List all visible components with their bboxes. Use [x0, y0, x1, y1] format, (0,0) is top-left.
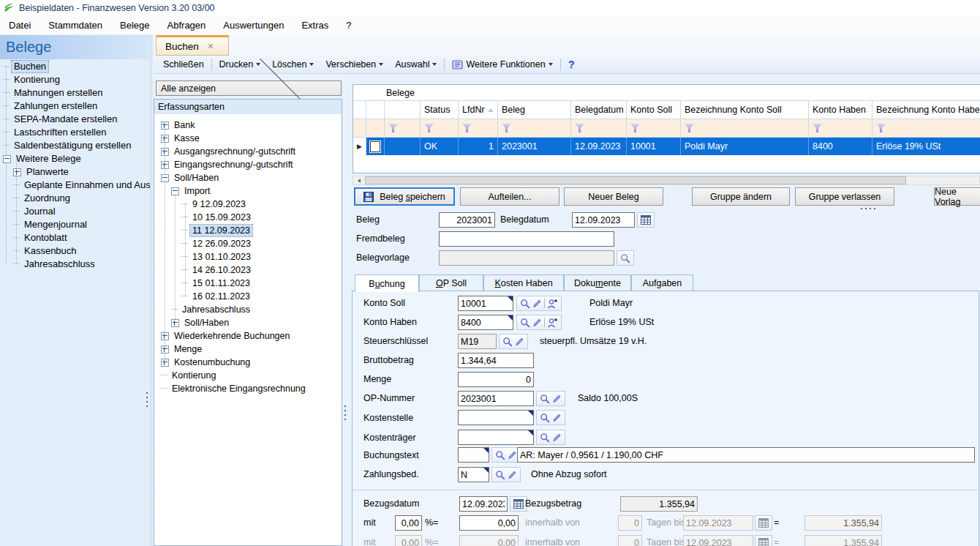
sidebar-item-geplante[interactable]: Geplante Einnahmen und Aus [13, 179, 151, 192]
tree-item-ausgangsrechnung[interactable]: Ausgangsrechnung/-gutschrift [161, 145, 298, 158]
sidebar-item-lastschriften[interactable]: Lastschriften erstellen [3, 126, 108, 139]
filter-funnel-icon[interactable] [502, 124, 511, 132]
sidebar-item-saldenbestaetigung[interactable]: Saldenbestätigung erstellen [3, 139, 133, 152]
discount2-date-field[interactable] [683, 535, 753, 546]
tree-item-kostenumbuchung[interactable]: Kostenumbuchung [161, 356, 252, 369]
menu-datei[interactable]: Datei [0, 16, 39, 34]
beleg-speichern-button[interactable]: Beleg speichern [354, 187, 455, 206]
discount1-days-field[interactable] [618, 515, 642, 531]
close-icon[interactable] [208, 41, 214, 51]
filter-cell[interactable] [627, 119, 681, 138]
sidebar-item-kontierung[interactable]: Kontierung [3, 73, 62, 86]
konto-haben-field[interactable] [458, 315, 513, 330]
tab-buchen[interactable]: Buchen [156, 35, 229, 56]
expand-icon[interactable] [161, 148, 169, 156]
konto-soll-field[interactable] [458, 296, 513, 311]
tree-item-stack-12[interactable]: 12 26.09.2023 [181, 237, 253, 250]
expand-icon[interactable] [161, 359, 169, 367]
sidebar-item-mengenjournal[interactable]: Mengenjournal [13, 218, 89, 231]
tree-item-import[interactable]: Import [171, 184, 212, 198]
column-header-belegdatum[interactable]: Belegdatum [571, 101, 627, 119]
bezugsbetrag-field[interactable] [620, 496, 698, 512]
menu-extras[interactable]: Extras [293, 16, 337, 34]
column-header-konto-haben[interactable]: Konto Haben [809, 101, 872, 119]
sidebar-item-planwerte[interactable]: Planwerte [13, 165, 71, 179]
zahlungsbed-field[interactable] [458, 467, 489, 482]
expand-icon[interactable] [171, 319, 179, 327]
filter-cell[interactable] [809, 119, 872, 138]
filter-cell[interactable] [571, 119, 627, 138]
belegdatum-field[interactable] [572, 212, 635, 228]
steuerschluessel-field[interactable] [458, 334, 497, 349]
column-header-konto-soll[interactable]: Konto Soll [627, 101, 681, 119]
search-icon[interactable] [540, 394, 550, 404]
sidebar-item-zahlungen[interactable]: Zahlungen erstellen [3, 100, 99, 113]
filter-cell[interactable] [421, 119, 459, 138]
tab-aufgaben[interactable]: Aufgaben [631, 274, 693, 291]
gruppe-aendern-button[interactable]: Gruppe ändern [692, 187, 790, 206]
expand-icon[interactable] [161, 345, 169, 354]
tree-item-stack-13[interactable]: 13 01.10.2023 [181, 250, 253, 263]
bezugsdatum-field[interactable] [459, 496, 508, 512]
tree-item-eingangsrechnung[interactable]: Eingangsrechnung/-gutschrift [161, 158, 295, 171]
column-header-bez-konto-haben[interactable]: Bezeichnung Konto Haben [872, 101, 980, 119]
pencil-icon[interactable] [532, 299, 542, 308]
tree-item-kontierung[interactable]: Kontierung [161, 369, 218, 382]
filter-funnel-icon[interactable] [813, 124, 822, 132]
discount2-percent-field[interactable] [395, 535, 422, 546]
discount2-result-field[interactable] [804, 535, 882, 546]
menu-abfragen[interactable]: Abfragen [159, 16, 215, 34]
menu-stammdaten[interactable]: Stammdaten [39, 16, 111, 34]
column-header-status[interactable]: Status [421, 101, 459, 119]
discount2-calendar-button[interactable] [755, 535, 772, 546]
menge-field[interactable] [458, 372, 534, 387]
verschieben-button[interactable]: Verschieben [320, 57, 389, 72]
discount1-amount-field[interactable] [459, 515, 519, 531]
scrollbar-thumb[interactable] [365, 176, 906, 184]
discount1-percent-field[interactable] [395, 515, 422, 531]
tree-item-kasse[interactable]: Kasse [161, 132, 202, 145]
table-row[interactable]: OK 1 2023001 12.09.2023 10001 Poldi Mayr… [353, 138, 980, 155]
search-icon[interactable] [502, 337, 513, 347]
pencil-icon[interactable] [508, 470, 517, 479]
aufteilen-button[interactable]: Aufteilen... [460, 187, 559, 206]
tab-buchung[interactable]: Buchung [355, 274, 419, 292]
expand-icon[interactable] [161, 161, 169, 169]
search-icon[interactable] [520, 318, 530, 328]
discount1-result-field[interactable] [804, 515, 882, 531]
pencil-icon[interactable] [508, 450, 517, 460]
filter-funnel-icon[interactable] [424, 124, 434, 132]
tree-item-soll-haben-2[interactable]: Soll/Haben [171, 316, 231, 329]
tree-item-stack-11[interactable]: 11 12.09.2023 [181, 224, 252, 237]
filter-funnel-icon[interactable] [575, 124, 584, 132]
schliessen-button[interactable]: Schließen [157, 57, 210, 72]
pencil-icon[interactable] [552, 394, 562, 403]
tab-dokumente[interactable]: Dokumente [564, 274, 631, 291]
tree-item-elektronische[interactable]: Elektronische Eingangsrechnung [161, 382, 308, 395]
person-star-icon[interactable] [547, 299, 558, 309]
belegvorlage-field[interactable] [439, 250, 614, 266]
help-icon[interactable]: ? [562, 57, 581, 72]
tree-item-jahresabschluss[interactable]: Jahresabschluss [171, 303, 252, 316]
sidebar-item-jahresabschluss[interactable]: Jahresabschluss [13, 258, 97, 271]
filter-funnel-icon[interactable] [685, 124, 694, 132]
filter-funnel-icon[interactable] [388, 124, 398, 132]
checkbox[interactable] [370, 141, 380, 152]
drucken-button[interactable]: Drucken [214, 57, 267, 72]
search-icon[interactable] [540, 433, 550, 443]
filter-cell[interactable] [385, 119, 421, 138]
tree-item-stack-9[interactable]: 9 12.09.2023 [181, 198, 248, 211]
column-header-blank[interactable] [385, 101, 421, 119]
tree-item-bank[interactable]: Bank [161, 119, 197, 132]
person-star-icon[interactable] [547, 318, 558, 328]
buchungstext-text-field[interactable] [517, 447, 975, 463]
fremdbeleg-field[interactable] [439, 231, 614, 247]
pencil-icon[interactable] [552, 433, 562, 442]
pencil-icon[interactable] [532, 318, 542, 327]
bruttobetrag-field[interactable] [458, 353, 534, 368]
panel-splitter-grip[interactable] [344, 404, 347, 423]
auswahl-button[interactable]: Auswahl [389, 57, 442, 72]
sidebar-item-mahnungen[interactable]: Mahnungen erstellen [3, 86, 105, 100]
discount2-days-field[interactable] [618, 535, 642, 546]
menu-auswertungen[interactable]: Auswertungen [214, 16, 293, 34]
